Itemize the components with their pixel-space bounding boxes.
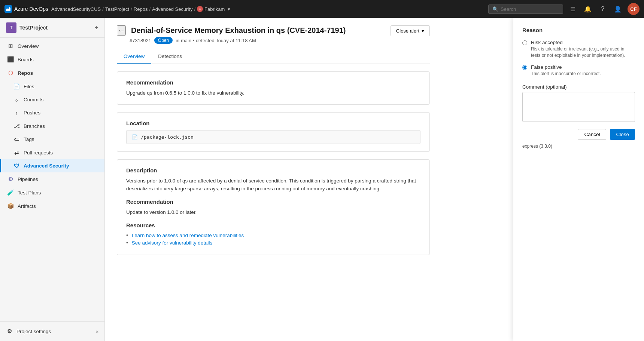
user-settings-icon[interactable]: 👤	[613, 6, 623, 13]
files-icon: 📄	[13, 83, 20, 90]
sidebar-item-commits[interactable]: ⬦ Commits	[0, 93, 104, 106]
flyout-actions: Cancel Close	[522, 129, 635, 140]
search-box[interactable]: 🔍	[488, 4, 563, 14]
tab-detections[interactable]: Detections	[151, 50, 189, 64]
sidebar-item-label-overview: Overview	[18, 43, 39, 49]
alert-detection-info: in main • detected Today at 11:18 AM	[176, 38, 256, 43]
sidebar-item-pull-requests[interactable]: ⇄ Pull requests	[0, 146, 104, 159]
false-positive-option: False positive This alert is inaccurate …	[522, 64, 635, 77]
sidebar-item-label-branches: Branches	[24, 123, 45, 129]
project-settings-label: Project settings	[16, 329, 51, 334]
resource-link-1[interactable]: • Learn how to assess and remediate vuln…	[126, 232, 420, 238]
notifications-icon[interactable]: 🔔	[583, 6, 593, 13]
project-name[interactable]: T TestProject	[6, 22, 48, 33]
sidebar-item-label-tags: Tags	[24, 136, 34, 142]
cancel-button[interactable]: Cancel	[578, 129, 606, 140]
sidebar-item-tags[interactable]: 🏷 Tags	[0, 133, 104, 146]
close-alert-label: Close alert	[396, 28, 419, 34]
add-project-button[interactable]: +	[94, 24, 98, 32]
resources-area: Resources • Learn how to assess and reme…	[126, 222, 420, 246]
sidebar-item-pipelines[interactable]: ⚙ Pipelines	[0, 172, 104, 186]
comment-label: Comment (optional)	[522, 84, 635, 90]
collapse-icon[interactable]: «	[95, 328, 98, 334]
alert-title-row: ← Denial-of-Service Memory Exhaustion in…	[117, 25, 346, 36]
alert-status-badge: Open	[154, 37, 173, 44]
sidebar: T TestProject + ⊞ Overview ⬛ Boards ⬡ Re…	[0, 18, 105, 341]
description-section: Description Versions prior to 1.0.0 of q…	[117, 159, 430, 255]
sidebar-item-label-test-plans: Test Plans	[18, 190, 41, 196]
breadcrumb-project[interactable]: TestProject	[105, 6, 129, 12]
sidebar-item-artifacts[interactable]: 📦 Artifacts	[0, 199, 104, 213]
sidebar-footer: ⚙ Project settings «	[0, 321, 104, 341]
resource-link-2-anchor[interactable]: See advisory for vulnerability details	[132, 240, 212, 246]
sidebar-item-label-artifacts: Artifacts	[18, 203, 36, 209]
file-icon: 📄	[132, 134, 138, 140]
sidebar-item-files[interactable]: 📄 Files	[0, 80, 104, 93]
breadcrumb-org[interactable]: AdvancedSecurityCUS	[51, 6, 101, 12]
sidebar-item-repos[interactable]: ⬡ Repos	[0, 66, 104, 80]
breadcrumb: AdvancedSecurityCUS / TestProject / Repo…	[51, 6, 230, 12]
risk-accepted-radio[interactable]	[522, 40, 527, 45]
resources-title: Resources	[126, 222, 420, 228]
sidebar-item-test-plans[interactable]: 🧪 Test Plans	[0, 186, 104, 199]
sidebar-item-label-pull-requests: Pull requests	[24, 150, 53, 156]
false-positive-label[interactable]: False positive	[531, 64, 562, 70]
advanced-security-icon: 🛡	[13, 163, 20, 169]
back-button[interactable]: ←	[117, 25, 126, 36]
fabrikam-icon: ✦	[197, 6, 203, 12]
reason-radio-group: Risk accepted Risk is tolerable or irrel…	[522, 39, 635, 77]
risk-accepted-option: Risk accepted Risk is tolerable or irrel…	[522, 39, 635, 59]
breadcrumb-advanced-security[interactable]: Advanced Security	[152, 6, 192, 12]
sidebar-item-pushes[interactable]: ↑ Pushes	[0, 106, 104, 119]
commits-icon: ⬦	[13, 96, 20, 103]
content-inner: ← Denial-of-Service Memory Exhaustion in…	[105, 18, 442, 262]
tabs: Overview Detections	[117, 50, 430, 64]
recommendation2-title: Recommendation	[126, 199, 420, 205]
recommendation-title: Recommendation	[126, 79, 420, 86]
resource-link-2[interactable]: • See advisory for vulnerability details	[126, 240, 420, 246]
project-avatar: T	[6, 22, 16, 33]
resources-list: • Learn how to assess and remediate vuln…	[126, 232, 420, 246]
risk-accepted-desc: Risk is tolerable or irrelevant (e.g., o…	[531, 46, 635, 59]
sidebar-item-label-files: Files	[24, 84, 34, 89]
app-layout: T TestProject + ⊞ Overview ⬛ Boards ⬡ Re…	[0, 18, 644, 341]
alert-title-area: ← Denial-of-Service Memory Exhaustion in…	[117, 25, 346, 44]
topnav-right: 🔍 ☰ 🔔 ? 👤 CF	[488, 3, 640, 15]
breadcrumb-repos[interactable]: Repos	[134, 6, 148, 12]
resource-link-1-anchor[interactable]: Learn how to assess and remediate vulner…	[132, 233, 244, 238]
avatar[interactable]: CF	[628, 3, 640, 15]
comment-textarea[interactable]	[522, 92, 635, 122]
project-name-text: TestProject	[19, 25, 48, 31]
sidebar-item-label-boards: Boards	[18, 57, 34, 62]
recommendation-section: Recommendation Upgrade qs from 0.6.5 to …	[117, 71, 430, 105]
recommendation2-text: Update to version 1.0.0 or later.	[126, 209, 420, 216]
sidebar-item-label-repos: Repos	[18, 70, 33, 76]
project-settings-item[interactable]: ⚙ Project settings «	[0, 325, 104, 338]
sidebar-item-branches[interactable]: ⎇ Branches	[0, 119, 104, 133]
sidebar-item-label-pushes: Pushes	[24, 110, 40, 116]
sidebar-item-boards[interactable]: ⬛ Boards	[0, 53, 104, 66]
sidebar-item-label-commits: Commits	[24, 97, 43, 102]
sidebar-item-advanced-security[interactable]: 🛡 Advanced Security	[0, 159, 104, 172]
alert-meta: #7318921 Open in main • detected Today a…	[130, 37, 346, 44]
description-text: Versions prior to 1.0.0 of qs are affect…	[126, 177, 420, 193]
breadcrumb-fabrikam[interactable]: ✦ Fabrikam ▾	[197, 6, 230, 12]
project-header: T TestProject +	[0, 18, 104, 38]
close-alert-chevron: ▾	[422, 28, 424, 34]
help-icon[interactable]: ?	[598, 6, 608, 12]
logo-icon	[4, 5, 12, 13]
test-plans-icon: 🧪	[7, 189, 14, 196]
tab-overview[interactable]: Overview	[117, 50, 151, 64]
search-input[interactable]	[501, 6, 559, 12]
close-confirm-button[interactable]: Close	[610, 129, 635, 140]
sidebar-item-label-advanced-security: Advanced Security	[24, 163, 69, 169]
settings-list-icon[interactable]: ☰	[568, 6, 578, 13]
risk-accepted-label[interactable]: Risk accepted	[531, 40, 563, 45]
alert-id: #7318921	[130, 38, 151, 43]
flyout-title: Reason	[522, 27, 635, 33]
false-positive-radio[interactable]	[522, 65, 527, 70]
close-alert-button[interactable]: Close alert ▾	[391, 25, 430, 36]
sidebar-item-overview[interactable]: ⊞ Overview	[0, 39, 104, 53]
azure-devops-logo[interactable]: Azure DevOps	[4, 5, 48, 13]
sidebar-nav: ⊞ Overview ⬛ Boards ⬡ Repos 📄 Files ⬦ Co…	[0, 38, 104, 321]
